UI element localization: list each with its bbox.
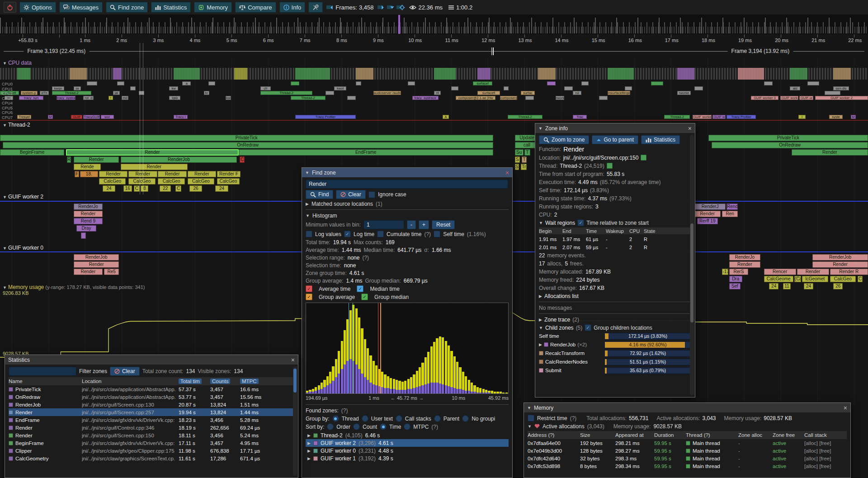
group-by-user-text-radio[interactable] bbox=[362, 415, 368, 422]
cpu-zone[interactable] bbox=[525, 96, 534, 100]
current-frame-marker[interactable] bbox=[398, 15, 400, 34]
timeline-zone[interactable]: Render bbox=[66, 149, 239, 156]
timeline-zone[interactable]: Re5 bbox=[104, 269, 119, 275]
cpu-zone[interactable]: sen-dis bbox=[833, 86, 849, 90]
info-button[interactable]: Info bbox=[279, 2, 306, 13]
timeline-zone[interactable]: Render bbox=[74, 156, 119, 163]
memory-titlebar[interactable]: ▼ Memory × bbox=[524, 403, 850, 412]
cpu-zone[interactable]: GUIF worker 0 bbox=[751, 96, 778, 100]
scrollbar-thumb[interactable] bbox=[293, 369, 297, 393]
zone-search-input[interactable] bbox=[306, 180, 508, 189]
cpu-zone[interactable]: Thread-2 bbox=[52, 91, 91, 95]
cpu-zone[interactable]: I bbox=[798, 115, 805, 119]
timeline-zone[interactable]: C bbox=[858, 276, 863, 282]
statistics-button[interactable]: Statistics bbox=[641, 135, 680, 144]
cpu-zone[interactable]: Tresyel bbox=[17, 115, 31, 119]
timeline-zone[interactable]: CalcGeo bbox=[830, 276, 856, 282]
timeline-zone[interactable]: Render bbox=[812, 261, 868, 268]
timeline-zone[interactable]: Rend 9 bbox=[74, 218, 102, 224]
timeline-zone[interactable]: 26 bbox=[833, 283, 843, 289]
timeline-zone[interactable]: Render bbox=[74, 211, 102, 217]
cpu-zone[interactable]: wor bbox=[101, 115, 114, 119]
timeline-zone[interactable]: RenderJob bbox=[121, 156, 237, 163]
found-zone-group-row[interactable]: ▶GUIF worker 2(3,296)4.61 s bbox=[306, 439, 509, 447]
min-bin-input[interactable] bbox=[363, 220, 404, 229]
group-by-call-stacks-radio[interactable] bbox=[396, 415, 402, 422]
timeline-zone[interactable]: CalcGeo bbox=[188, 178, 215, 185]
collapse-icon[interactable]: ▼ bbox=[538, 126, 542, 131]
timeline-zone[interactable]: CalcGeo bbox=[99, 178, 126, 185]
cpu-zone[interactable]: Thread-2 bbox=[664, 115, 690, 119]
self-time-checkbox[interactable] bbox=[434, 231, 440, 237]
timeline-zone[interactable]: Render bbox=[694, 211, 721, 217]
group-by-thread-radio[interactable] bbox=[332, 415, 339, 422]
timeline-zone[interactable]: Render bbox=[99, 171, 127, 177]
found-zone-group-row[interactable]: ▶GUIF worker 0(3,231)4.48 s bbox=[306, 447, 509, 454]
cpu-zone[interactable] bbox=[347, 96, 356, 100]
cpu-zone[interactable]: kwor bbox=[226, 96, 231, 100]
compare-button[interactable]: Compare bbox=[235, 2, 276, 13]
cpu-zone[interactable] bbox=[694, 86, 703, 90]
cpu-zone[interactable] bbox=[504, 86, 509, 90]
timeline-zone[interactable]: R bbox=[67, 156, 71, 163]
cpu-zone[interactable]: Thread-2 bbox=[508, 115, 542, 119]
matched-locations-toggle[interactable]: ▶ Matched source locations (1) bbox=[306, 200, 509, 207]
cpu-zone[interactable]: GUIF-w bbox=[799, 96, 813, 100]
timeline-zone[interactable]: Rende bbox=[74, 164, 101, 170]
goto-frame-button[interactable] bbox=[396, 5, 402, 9]
group-by-parent-radio[interactable] bbox=[434, 415, 441, 422]
timeline-zone[interactable]: lcGeomet bbox=[802, 276, 828, 282]
timeline-zone[interactable]: 24 bbox=[215, 185, 228, 192]
cpu-zone[interactable]: Thread-2 bbox=[260, 91, 312, 95]
cpu-zone[interactable]: rol bbox=[573, 91, 581, 95]
active-allocations-toggle[interactable]: ▼ Active allocations (3,043) Memory usag… bbox=[528, 423, 847, 430]
statistics-row[interactable]: RenderJobjni/../jni/src/guif/Screen.cpp:… bbox=[9, 401, 294, 408]
cpu-zone[interactable] bbox=[451, 86, 458, 90]
timeline-zone[interactable]: Rerff 19 bbox=[697, 218, 718, 224]
found-zone-group-row[interactable]: ▶Thread-2(4,105)6.46 s bbox=[306, 431, 509, 439]
timeline-zone[interactable]: CalcGeo bbox=[158, 178, 185, 185]
cpu-zone[interactable] bbox=[764, 81, 773, 85]
cpu-zone[interactable]: GUIF worker 2 bbox=[693, 115, 712, 119]
timeline-zone[interactable]: 22 bbox=[160, 185, 171, 192]
cpu-zone[interactable]: rit bbox=[434, 91, 441, 95]
cpu-zone[interactable]: cfr bbox=[260, 86, 271, 90]
child-zone-row[interactable]: RecalcTransform72.92 µs (1.62%) bbox=[539, 350, 691, 357]
timeline-zone[interactable]: Sef bbox=[729, 283, 741, 289]
min-bin-increment-button[interactable]: + bbox=[419, 220, 429, 229]
sort-by-mtpc-radio[interactable] bbox=[404, 423, 410, 430]
restrict-time-checkbox[interactable] bbox=[528, 415, 534, 421]
timeline-zone[interactable]: RenderJob bbox=[74, 254, 119, 260]
cpu-zone[interactable] bbox=[291, 81, 299, 85]
cpu-zone[interactable]: Thread-2 bbox=[291, 96, 326, 100]
cpu-zone[interactable]: A bbox=[443, 115, 448, 119]
timeline-zone[interactable]: Render bbox=[729, 261, 760, 268]
cpu-zone[interactable]: ald bbox=[790, 86, 800, 90]
collapse-icon[interactable]: ▼ bbox=[305, 170, 309, 175]
timeline-zone[interactable]: Dra bbox=[729, 276, 742, 282]
zone-info-scrollbar[interactable] bbox=[690, 135, 694, 395]
cpu-zone[interactable]: Tracy Profiler bbox=[726, 115, 756, 119]
timeline-zone[interactable]: CalcGeome bbox=[764, 276, 793, 282]
collapse-icon[interactable]: ▼ bbox=[527, 406, 531, 410]
cpu-zone[interactable] bbox=[356, 81, 361, 85]
timeline-zone[interactable]: PrivateTick bbox=[0, 135, 493, 141]
cpu-zone[interactable]: tracy_syn bbox=[19, 96, 43, 100]
cpu-zone[interactable]: GUIF bbox=[71, 115, 82, 119]
go-to-parent-button[interactable]: Go to parent bbox=[592, 135, 638, 144]
cpu-zone[interactable]: tracy_systrace bbox=[57, 96, 75, 100]
tools-button[interactable] bbox=[308, 2, 323, 13]
cpu-zone[interactable] bbox=[547, 81, 556, 85]
cpu-zone[interactable] bbox=[564, 86, 573, 90]
cpu-zone[interactable]: Tracy I bbox=[174, 115, 188, 119]
section-header-cpu-data[interactable]: ▼CPU data bbox=[3, 60, 32, 66]
cpu-zone[interactable]: system-p bbox=[21, 91, 37, 95]
find-zone-histogram[interactable] bbox=[306, 303, 509, 394]
cpu-zone[interactable]: kwot bbox=[334, 86, 346, 90]
found-zone-group-row[interactable]: ▶GUIF worker 1(3,192)4.39 s bbox=[306, 454, 509, 462]
zone-info-titlebar[interactable]: ▼ Zone info × bbox=[535, 123, 695, 133]
timeline-zone[interactable]: F bbox=[75, 171, 79, 177]
cpu-zone[interactable]: surfacefl bbox=[477, 91, 500, 95]
cpu-zone[interactable] bbox=[326, 91, 334, 95]
statistics-titlebar[interactable]: Statistics × bbox=[5, 355, 298, 364]
